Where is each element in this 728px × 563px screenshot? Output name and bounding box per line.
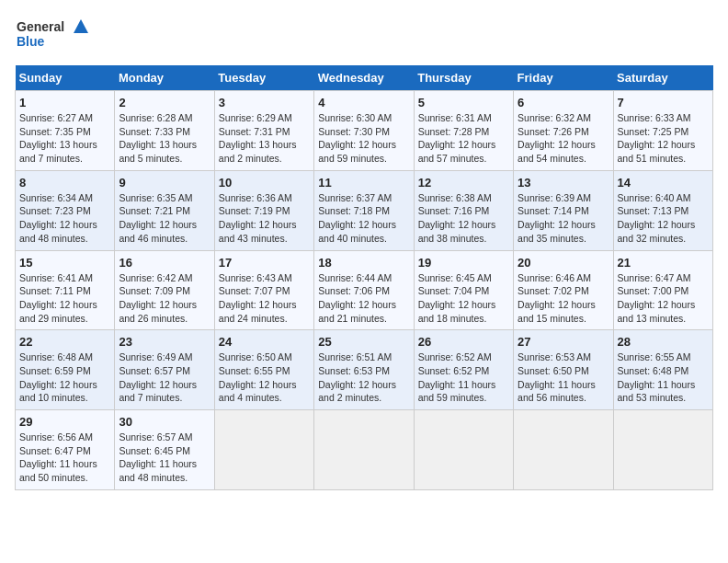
day-number: 10 (219, 176, 310, 190)
calendar-cell (613, 410, 712, 490)
calendar-cell: 26Sunrise: 6:52 AMSunset: 6:52 PMDayligh… (414, 330, 513, 410)
calendar-week-row: 22Sunrise: 6:48 AMSunset: 6:59 PMDayligh… (16, 330, 713, 410)
calendar-cell: 19Sunrise: 6:45 AMSunset: 7:04 PMDayligh… (414, 250, 513, 330)
day-info: Sunrise: 6:29 AMSunset: 7:31 PMDaylight:… (219, 111, 310, 166)
day-info: Sunrise: 6:52 AMSunset: 6:52 PMDaylight:… (418, 350, 509, 405)
day-number: 9 (119, 176, 210, 190)
calendar-cell: 2Sunrise: 6:28 AMSunset: 7:33 PMDaylight… (115, 91, 214, 171)
calendar-week-row: 15Sunrise: 6:41 AMSunset: 7:11 PMDayligh… (16, 250, 713, 330)
day-info: Sunrise: 6:47 AMSunset: 7:00 PMDaylight:… (618, 271, 709, 326)
day-number: 21 (618, 256, 709, 270)
svg-text:General: General (17, 19, 64, 34)
day-number: 28 (618, 335, 709, 349)
calendar-cell: 1Sunrise: 6:27 AMSunset: 7:35 PMDaylight… (16, 91, 115, 171)
day-info: Sunrise: 6:41 AMSunset: 7:11 PMDaylight:… (19, 271, 110, 326)
day-info: Sunrise: 6:48 AMSunset: 6:59 PMDaylight:… (19, 350, 110, 405)
calendar-cell: 3Sunrise: 6:29 AMSunset: 7:31 PMDaylight… (214, 91, 313, 171)
calendar-cell: 10Sunrise: 6:36 AMSunset: 7:19 PMDayligh… (214, 170, 313, 250)
day-info: Sunrise: 6:50 AMSunset: 6:55 PMDaylight:… (219, 350, 310, 405)
calendar-cell: 24Sunrise: 6:50 AMSunset: 6:55 PMDayligh… (214, 330, 313, 410)
day-number: 16 (119, 256, 210, 270)
logo-svg: General Blue (15, 15, 88, 56)
day-number: 29 (19, 415, 110, 429)
calendar-cell: 23Sunrise: 6:49 AMSunset: 6:57 PMDayligh… (115, 330, 214, 410)
calendar-cell: 5Sunrise: 6:31 AMSunset: 7:28 PMDaylight… (414, 91, 513, 171)
calendar-cell: 22Sunrise: 6:48 AMSunset: 6:59 PMDayligh… (16, 330, 115, 410)
day-info: Sunrise: 6:44 AMSunset: 7:06 PMDaylight:… (318, 271, 409, 326)
calendar-cell: 28Sunrise: 6:55 AMSunset: 6:48 PMDayligh… (613, 330, 712, 410)
day-number: 18 (318, 256, 409, 270)
calendar-body: 1Sunrise: 6:27 AMSunset: 7:35 PMDaylight… (16, 91, 713, 490)
calendar-cell: 15Sunrise: 6:41 AMSunset: 7:11 PMDayligh… (16, 250, 115, 330)
day-info: Sunrise: 6:53 AMSunset: 6:50 PMDaylight:… (518, 350, 609, 405)
col-header-monday: Monday (115, 65, 214, 91)
calendar-week-row: 8Sunrise: 6:34 AMSunset: 7:23 PMDaylight… (16, 170, 713, 250)
calendar-cell: 12Sunrise: 6:38 AMSunset: 7:16 PMDayligh… (414, 170, 513, 250)
calendar-week-row: 29Sunrise: 6:56 AMSunset: 6:47 PMDayligh… (16, 410, 713, 490)
calendar-cell (314, 410, 414, 490)
day-info: Sunrise: 6:36 AMSunset: 7:19 PMDaylight:… (219, 191, 310, 246)
day-number: 8 (19, 176, 110, 190)
col-header-tuesday: Tuesday (214, 65, 313, 91)
calendar-cell: 21Sunrise: 6:47 AMSunset: 7:00 PMDayligh… (613, 250, 712, 330)
day-number: 1 (19, 96, 110, 109)
day-info: Sunrise: 6:43 AMSunset: 7:07 PMDaylight:… (219, 271, 310, 326)
col-header-friday: Friday (514, 65, 613, 91)
day-number: 27 (518, 335, 609, 349)
day-info: Sunrise: 6:38 AMSunset: 7:16 PMDaylight:… (418, 191, 509, 246)
calendar-cell: 8Sunrise: 6:34 AMSunset: 7:23 PMDaylight… (16, 170, 115, 250)
calendar-cell: 27Sunrise: 6:53 AMSunset: 6:50 PMDayligh… (514, 330, 613, 410)
calendar-cell: 6Sunrise: 6:32 AMSunset: 7:26 PMDaylight… (514, 91, 613, 171)
calendar-cell: 20Sunrise: 6:46 AMSunset: 7:02 PMDayligh… (514, 250, 613, 330)
logo: General Blue (15, 15, 88, 56)
calendar-cell (214, 410, 313, 490)
page-header: General Blue (15, 15, 713, 56)
day-info: Sunrise: 6:46 AMSunset: 7:02 PMDaylight:… (518, 271, 609, 326)
calendar-table: SundayMondayTuesdayWednesdayThursdayFrid… (15, 65, 713, 490)
day-info: Sunrise: 6:27 AMSunset: 7:35 PMDaylight:… (19, 111, 110, 166)
day-number: 2 (119, 96, 210, 109)
day-info: Sunrise: 6:55 AMSunset: 6:48 PMDaylight:… (618, 350, 709, 405)
day-info: Sunrise: 6:28 AMSunset: 7:33 PMDaylight:… (119, 111, 210, 166)
calendar-cell: 17Sunrise: 6:43 AMSunset: 7:07 PMDayligh… (214, 250, 313, 330)
col-header-sunday: Sunday (16, 65, 115, 91)
calendar-week-row: 1Sunrise: 6:27 AMSunset: 7:35 PMDaylight… (16, 91, 713, 171)
day-info: Sunrise: 6:51 AMSunset: 6:53 PMDaylight:… (318, 350, 409, 405)
calendar-cell (414, 410, 513, 490)
day-info: Sunrise: 6:34 AMSunset: 7:23 PMDaylight:… (19, 191, 110, 246)
day-number: 4 (318, 96, 409, 109)
calendar-cell: 16Sunrise: 6:42 AMSunset: 7:09 PMDayligh… (115, 250, 214, 330)
svg-text:Blue: Blue (17, 34, 45, 49)
day-info: Sunrise: 6:57 AMSunset: 6:45 PMDaylight:… (119, 431, 210, 485)
calendar-cell: 29Sunrise: 6:56 AMSunset: 6:47 PMDayligh… (16, 410, 115, 490)
calendar-cell: 7Sunrise: 6:33 AMSunset: 7:25 PMDaylight… (613, 91, 712, 171)
day-number: 6 (518, 96, 609, 109)
day-number: 3 (219, 96, 310, 109)
day-number: 30 (119, 415, 210, 429)
col-header-thursday: Thursday (414, 65, 513, 91)
calendar-cell: 11Sunrise: 6:37 AMSunset: 7:18 PMDayligh… (314, 170, 414, 250)
calendar-cell (514, 410, 613, 490)
day-info: Sunrise: 6:39 AMSunset: 7:14 PMDaylight:… (518, 191, 609, 246)
day-info: Sunrise: 6:49 AMSunset: 6:57 PMDaylight:… (119, 350, 210, 405)
svg-marker-2 (74, 19, 88, 33)
calendar-cell: 25Sunrise: 6:51 AMSunset: 6:53 PMDayligh… (314, 330, 414, 410)
day-number: 19 (418, 256, 509, 270)
day-number: 25 (318, 335, 409, 349)
day-info: Sunrise: 6:42 AMSunset: 7:09 PMDaylight:… (119, 271, 210, 326)
day-number: 15 (19, 256, 110, 270)
day-number: 7 (618, 96, 709, 109)
day-info: Sunrise: 6:32 AMSunset: 7:26 PMDaylight:… (518, 111, 609, 166)
day-number: 20 (518, 256, 609, 270)
day-info: Sunrise: 6:45 AMSunset: 7:04 PMDaylight:… (418, 271, 509, 326)
col-header-saturday: Saturday (613, 65, 712, 91)
day-number: 14 (618, 176, 709, 190)
calendar-cell: 13Sunrise: 6:39 AMSunset: 7:14 PMDayligh… (514, 170, 613, 250)
calendar-cell: 14Sunrise: 6:40 AMSunset: 7:13 PMDayligh… (613, 170, 712, 250)
calendar-cell: 4Sunrise: 6:30 AMSunset: 7:30 PMDaylight… (314, 91, 414, 171)
day-info: Sunrise: 6:33 AMSunset: 7:25 PMDaylight:… (618, 111, 709, 166)
day-number: 13 (518, 176, 609, 190)
day-number: 17 (219, 256, 310, 270)
day-number: 23 (119, 335, 210, 349)
calendar-header-row: SundayMondayTuesdayWednesdayThursdayFrid… (16, 65, 713, 91)
